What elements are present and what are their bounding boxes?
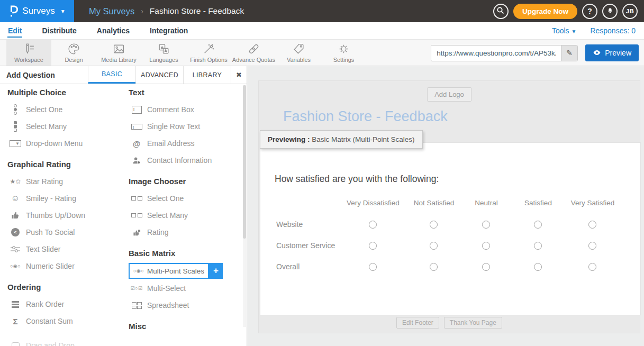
question-type-select-many[interactable]: Select Many — [129, 207, 242, 224]
matrix-radio-website-satisfied[interactable] — [534, 221, 542, 229]
breadcrumb-my-surveys[interactable]: My Surveys — [89, 6, 134, 16]
toolbar-item-workspace[interactable]: Workspace — [6, 40, 51, 66]
matrix-radio-overall-not-satisfied[interactable] — [430, 263, 438, 271]
toolbar-item-label: Settings — [333, 57, 355, 63]
matrix-radio-overall-satisfied[interactable] — [534, 263, 542, 271]
matrix-row-label: Customer Service — [276, 241, 335, 250]
question-type-star-rating[interactable]: ★✩Star Rating — [7, 173, 121, 190]
previewing-label: Previewing : — [268, 135, 310, 143]
nav-tab-edit[interactable]: Edit — [7, 25, 22, 38]
tools-menu[interactable]: Tools ▼ — [552, 26, 576, 35]
panel-tab-advanced[interactable]: ADVANCED — [135, 66, 183, 84]
question-type-smiley-rating[interactable]: ☺Smiley - Rating — [7, 190, 121, 207]
nav-tab-integration[interactable]: Integration — [149, 25, 188, 37]
question-type-contact-information[interactable]: Contact Information — [129, 152, 242, 169]
question-type-select-many[interactable]: Select Many — [7, 118, 121, 135]
thank-you-page-button[interactable]: Thank You Page — [444, 317, 502, 329]
toolbar-item-finish-options[interactable]: Finish Options — [186, 40, 231, 66]
matrix-radio-overall-very-satisfied[interactable] — [588, 263, 596, 271]
question-type-thumbs-up-down[interactable]: Thumbs Up/Down — [7, 207, 121, 224]
share-icon: < — [7, 228, 23, 236]
question-type-comment-box[interactable]: IComment Box — [129, 101, 242, 118]
question-type-multi-select[interactable]: ☑○☑Multi-Select — [129, 280, 242, 297]
toolbar-item-advance-quotas[interactable]: Advance Quotas — [231, 40, 276, 66]
matrix-radio-customer-service-not-satisfied[interactable] — [430, 242, 438, 250]
section-title: Multiple Choice — [7, 87, 121, 98]
question-type-select-one[interactable]: Select One — [7, 101, 121, 118]
question-type-email-address[interactable]: @Email Address — [129, 135, 242, 152]
question-type-rank-order[interactable]: Rank Order — [7, 296, 121, 313]
question-type-label: Spreadsheet — [147, 301, 189, 309]
top-bar: Surveys ▼ My Surveys › Fashion Store - F… — [0, 0, 644, 22]
survey-url-input[interactable] — [431, 45, 561, 61]
question-type-label: Numeric Slider — [26, 262, 75, 270]
question-type-single-row-text[interactable]: ISingle Row Text — [129, 118, 242, 135]
question-type-select-one[interactable]: Select One — [129, 190, 242, 207]
search-button[interactable] — [493, 4, 509, 19]
edit-footer-button[interactable]: Edit Footer — [396, 317, 439, 329]
question-type-spreadsheet[interactable]: Spreadsheet — [129, 297, 242, 314]
toolbar-item-variables[interactable]: Variables — [276, 40, 321, 66]
question-type-drag-and-drop[interactable]: Drag and Drop — [7, 337, 121, 346]
question-type-multi-point-scales-selected[interactable]: ○◉○Multi-Point Scales+ — [129, 262, 242, 280]
matrix-radio-customer-service-very-satisfied[interactable] — [588, 242, 596, 250]
toolbar-item-settings[interactable]: Settings — [321, 40, 366, 66]
imgsel-icon — [129, 213, 144, 217]
nav-tab-distribute[interactable]: Distribute — [41, 25, 77, 37]
panel-tab-library[interactable]: LIBRARY — [183, 66, 231, 84]
toolbar-item-languages[interactable]: Languages — [141, 40, 186, 66]
preview-button[interactable]: Preview — [585, 44, 639, 61]
matrix-radio-customer-service-satisfied[interactable] — [534, 242, 542, 250]
question-type-rating[interactable]: Rating — [129, 224, 242, 241]
toolbar-item-media-library[interactable]: Media Library — [96, 40, 141, 66]
section-image-chooser: Image ChooserSelect OneSelect ManyRating — [129, 176, 242, 241]
question-type-label: Push To Social — [26, 228, 75, 236]
panel-tab-basic[interactable]: BASIC — [88, 66, 135, 84]
survey-page-card: Add Logo Fashion Store - Feedback Previe… — [258, 80, 640, 333]
multiselect-icon: ☑○☑ — [129, 286, 144, 291]
question-type-push-to-social[interactable]: <Push To Social — [7, 224, 121, 241]
matrix-radio-overall-neutral[interactable] — [482, 263, 490, 271]
question-type-text-slider[interactable]: Text Slider — [7, 241, 121, 258]
close-panel-button[interactable]: ✖ — [231, 66, 247, 84]
upgrade-now-button[interactable]: Upgrade Now — [513, 4, 577, 19]
panel-title: Add Question — [0, 66, 88, 84]
matrix-radio-website-not-satisfied[interactable] — [430, 221, 438, 229]
panel-header: Add Question BASICADVANCEDLIBRARY ✖ — [0, 66, 247, 84]
question-type-drop-down-menu[interactable]: ▼Drop-down Menu — [7, 135, 121, 152]
section-basic-matrix: Basic Matrix○◉○Multi-Point Scales+☑○☑Mul… — [129, 248, 242, 314]
matrix-radio-website-very-satisfied[interactable] — [588, 221, 596, 229]
matrix-radio-customer-service-neutral[interactable] — [482, 242, 490, 250]
matrix-radio-customer-service-very-dissatisfied[interactable] — [369, 242, 377, 250]
help-button[interactable]: ? — [582, 4, 597, 19]
responses-count[interactable]: Responses: 0 — [590, 26, 636, 35]
user-avatar[interactable]: JB — [622, 4, 638, 19]
panel-scrollbar[interactable] — [243, 85, 246, 327]
card-footer: Edit FooterThank You Page — [259, 317, 640, 329]
product-switcher[interactable]: Surveys ▼ — [0, 0, 74, 22]
toolbar-item-label: Design — [65, 57, 83, 63]
add-logo-button[interactable]: Add Logo — [427, 87, 471, 102]
notifications-button[interactable] — [602, 4, 618, 19]
thumb-icon — [7, 211, 23, 220]
matrix-radio-website-very-dissatisfied[interactable] — [369, 221, 377, 229]
radio-stack-icon — [7, 104, 23, 115]
section-multiple-choice: Multiple ChoiceSelect OneSelect Many▼Dro… — [7, 87, 121, 152]
panel-column-1: Multiple ChoiceSelect OneSelect Many▼Dro… — [0, 84, 121, 346]
question-type-constant-sum[interactable]: ΣConstant Sum — [7, 313, 121, 330]
topbar-actions: Upgrade Now ? JB — [493, 0, 638, 22]
singlerow-icon: I — [129, 124, 144, 130]
question-type-numeric-slider[interactable]: ○◉○Numeric Slider — [7, 258, 121, 275]
edit-url-button[interactable]: ✎ — [561, 45, 577, 61]
matrix-radio-overall-very-dissatisfied[interactable] — [369, 263, 377, 271]
survey-title[interactable]: Fashion Store - Feedback — [283, 108, 448, 125]
person-icon — [129, 157, 144, 165]
question-type-label: Star Rating — [26, 177, 63, 186]
toolbar-item-design[interactable]: Design — [51, 40, 96, 66]
scrollbar-thumb[interactable] — [243, 85, 246, 239]
nav-tab-analytics[interactable]: Analytics — [96, 25, 130, 37]
add-question-plus-button[interactable]: + — [209, 263, 223, 279]
nav-right: Tools ▼ Responses: 0 — [552, 26, 636, 35]
section-title: Graphical Rating — [7, 159, 121, 170]
matrix-radio-website-neutral[interactable] — [482, 221, 490, 229]
